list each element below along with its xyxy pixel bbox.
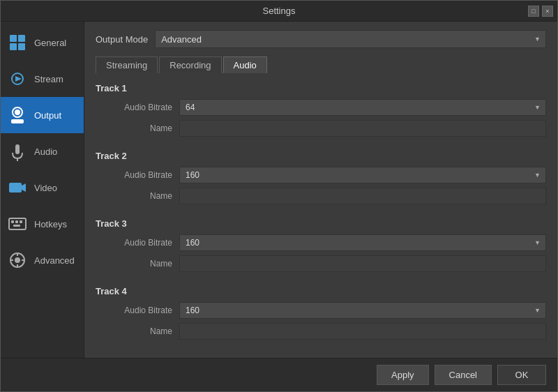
sidebar-label-general: General xyxy=(34,38,66,48)
track-4-name-input[interactable] xyxy=(179,323,546,340)
track-2-bitrate-label: Audio Bitrate xyxy=(96,170,179,180)
track-2-name-input[interactable] xyxy=(179,188,546,204)
svg-point-19 xyxy=(15,257,20,263)
track-1-name-label: Name xyxy=(96,123,179,133)
tab-streaming[interactable]: Streaming xyxy=(96,56,158,73)
svg-rect-17 xyxy=(13,225,20,227)
svg-rect-2 xyxy=(10,43,17,50)
track-3-name-input[interactable] xyxy=(179,255,546,272)
track-3-bitrate-label: Audio Bitrate xyxy=(96,238,179,248)
sidebar-label-advanced: Advanced xyxy=(34,255,75,266)
track-2-title: Track 2 xyxy=(96,151,546,161)
titlebar-controls: □ × xyxy=(528,6,553,17)
track-1-bitrate-select-wrapper: 64 96 128 160 192 320 xyxy=(179,99,546,116)
svg-rect-9 xyxy=(15,144,20,154)
general-icon xyxy=(6,31,29,54)
video-icon xyxy=(6,176,29,199)
tab-audio[interactable]: Audio xyxy=(223,56,267,73)
sidebar-item-stream[interactable]: Stream xyxy=(1,61,84,97)
track-4-name-row: Name xyxy=(96,323,546,340)
track-4-bitrate-label: Audio Bitrate xyxy=(96,306,179,315)
track-2-section: Track 2 Audio Bitrate 64 96 128 160 192 … xyxy=(96,148,546,209)
track-2-name-row: Name xyxy=(96,188,546,204)
svg-rect-0 xyxy=(10,35,17,42)
hotkeys-icon xyxy=(6,213,29,235)
svg-rect-11 xyxy=(9,183,22,193)
track-4-name-label: Name xyxy=(96,326,179,336)
tab-recording[interactable]: Recording xyxy=(159,56,221,73)
output-mode-select-wrapper: Advanced Simple xyxy=(155,30,546,48)
sidebar-item-video[interactable]: Video xyxy=(1,169,84,206)
sidebar-label-hotkeys: Hotkeys xyxy=(34,219,67,229)
track-3-bitrate-row: Audio Bitrate 64 96 128 160 192 320 xyxy=(96,234,546,251)
svg-rect-15 xyxy=(15,220,18,223)
sidebar-label-output: Output xyxy=(34,110,61,121)
apply-button[interactable]: Apply xyxy=(377,365,429,385)
track-4-section: Track 4 Audio Bitrate 64 96 128 160 192 … xyxy=(96,283,546,344)
tracks-container: Track 1 Audio Bitrate 64 96 128 160 192 … xyxy=(96,80,546,348)
content-area: General Stream xyxy=(1,22,557,358)
output-mode-select[interactable]: Advanced Simple xyxy=(155,30,546,48)
track-3-name-row: Name xyxy=(96,255,546,272)
sidebar-item-output[interactable]: Output xyxy=(1,97,84,133)
svg-rect-13 xyxy=(9,218,26,229)
sidebar: General Stream xyxy=(1,22,84,358)
track-4-bitrate-row: Audio Bitrate 64 96 128 160 192 320 xyxy=(96,302,546,319)
track-2-name-label: Name xyxy=(96,191,179,201)
sidebar-item-general[interactable]: General xyxy=(1,24,84,61)
settings-window: Settings □ × Gener xyxy=(0,0,558,392)
svg-marker-5 xyxy=(15,76,22,82)
track-1-bitrate-row: Audio Bitrate 64 96 128 160 192 320 xyxy=(96,99,546,116)
titlebar: Settings □ × xyxy=(1,1,557,22)
advanced-icon xyxy=(6,249,29,271)
restore-icon: □ xyxy=(531,8,535,15)
track-1-bitrate-label: Audio Bitrate xyxy=(96,103,179,112)
close-button[interactable]: × xyxy=(542,6,553,17)
sidebar-label-stream: Stream xyxy=(34,74,63,84)
track-3-bitrate-select-wrapper: 64 96 128 160 192 320 xyxy=(179,234,546,251)
stream-icon xyxy=(6,68,29,90)
svg-rect-14 xyxy=(11,220,14,223)
track-2-bitrate-row: Audio Bitrate 64 96 128 160 192 320 xyxy=(96,167,546,183)
window-title: Settings xyxy=(263,6,296,16)
track-2-bitrate-select-wrapper: 64 96 128 160 192 320 xyxy=(179,167,546,183)
track-3-bitrate-select[interactable]: 64 96 128 160 192 320 xyxy=(179,234,546,251)
track-1-name-row: Name xyxy=(96,120,546,137)
audio-icon xyxy=(6,140,29,163)
track-2-bitrate-select[interactable]: 64 96 128 160 192 320 xyxy=(179,167,546,183)
track-3-section: Track 3 Audio Bitrate 64 96 128 160 192 … xyxy=(96,216,546,276)
track-3-name-label: Name xyxy=(96,259,179,269)
svg-rect-1 xyxy=(18,35,25,42)
close-icon: × xyxy=(545,8,549,15)
sidebar-item-advanced[interactable]: Advanced xyxy=(1,242,84,278)
sidebar-item-audio[interactable]: Audio xyxy=(1,133,84,169)
sidebar-label-video: Video xyxy=(34,183,57,193)
track-4-title: Track 4 xyxy=(96,286,546,296)
track-3-title: Track 3 xyxy=(96,218,546,229)
sidebar-label-audio: Audio xyxy=(34,146,57,157)
track-1-title: Track 1 xyxy=(96,83,546,93)
tabs-bar: Streaming Recording Audio xyxy=(96,56,546,73)
svg-marker-12 xyxy=(22,183,26,192)
footer: Apply Cancel OK xyxy=(1,358,557,391)
sidebar-item-hotkeys[interactable]: Hotkeys xyxy=(1,206,84,242)
svg-point-7 xyxy=(15,110,20,115)
output-mode-row: Output Mode Advanced Simple xyxy=(96,30,546,48)
output-mode-label: Output Mode xyxy=(96,34,148,45)
track-1-bitrate-select[interactable]: 64 96 128 160 192 320 xyxy=(179,99,546,116)
svg-rect-8 xyxy=(11,119,24,123)
ok-button[interactable]: OK xyxy=(497,365,546,385)
cancel-button[interactable]: Cancel xyxy=(435,365,492,385)
main-panel: Output Mode Advanced Simple Streaming Re… xyxy=(84,22,557,358)
track-1-name-input[interactable] xyxy=(179,120,546,137)
output-icon xyxy=(6,104,29,126)
track-4-bitrate-select[interactable]: 64 96 128 160 192 320 xyxy=(179,302,546,319)
svg-rect-3 xyxy=(18,43,25,50)
track-4-bitrate-select-wrapper: 64 96 128 160 192 320 xyxy=(179,302,546,319)
track-1-section: Track 1 Audio Bitrate 64 96 128 160 192 … xyxy=(96,80,546,141)
svg-rect-16 xyxy=(20,220,22,223)
restore-button[interactable]: □ xyxy=(528,6,539,17)
